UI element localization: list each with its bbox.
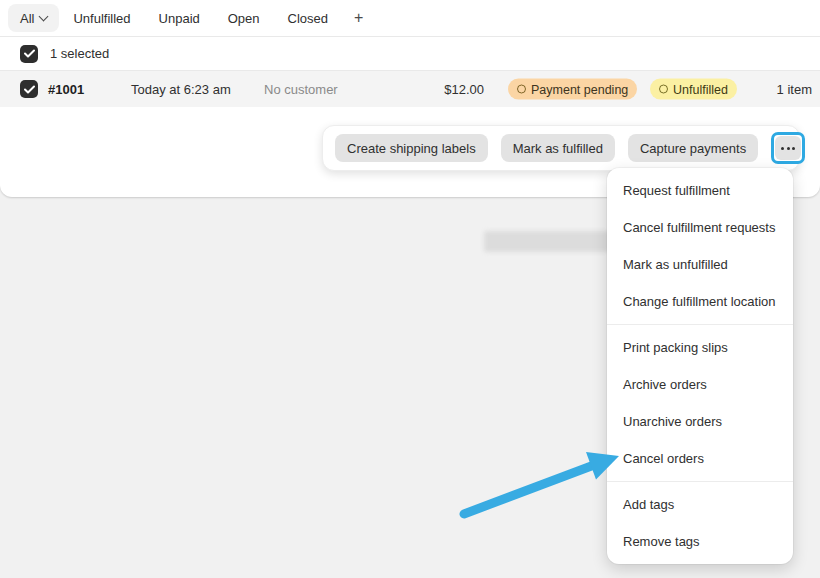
menu-item-cancel-fulfillment-requests[interactable]: Cancel fulfillment requests — [607, 209, 793, 246]
more-actions-highlight-box — [771, 132, 805, 164]
tab-closed[interactable]: Closed — [274, 4, 342, 32]
payment-status-badge: Payment pending — [508, 79, 637, 100]
bulk-actions-toolbar: Create shipping labels Mark as fulfilled… — [322, 125, 800, 171]
open-circle-icon — [517, 85, 526, 94]
fulfillment-status-label: Unfulfilled — [673, 82, 728, 96]
tab-all[interactable]: All — [8, 4, 59, 32]
blurred-content-placeholder — [484, 231, 611, 252]
menu-item-add-tags[interactable]: Add tags — [607, 486, 793, 523]
add-view-button[interactable]: + — [342, 4, 375, 32]
menu-item-archive-orders[interactable]: Archive orders — [607, 366, 793, 403]
menu-group-orders: Print packing slips Archive orders Unarc… — [607, 325, 793, 481]
menu-item-mark-as-unfulfilled[interactable]: Mark as unfulfilled — [607, 246, 793, 283]
create-shipping-labels-button[interactable]: Create shipping labels — [335, 134, 488, 162]
menu-group-fulfillment: Request fulfillment Cancel fulfillment r… — [607, 168, 793, 324]
order-checkbox[interactable] — [20, 80, 38, 98]
menu-item-print-packing-slips[interactable]: Print packing slips — [607, 329, 793, 366]
order-number: #1001 — [48, 82, 84, 97]
check-icon — [24, 85, 35, 94]
check-icon — [24, 49, 35, 58]
capture-payments-button[interactable]: Capture payments — [628, 134, 758, 162]
order-customer: No customer — [264, 82, 338, 97]
menu-item-remove-tags[interactable]: Remove tags — [607, 523, 793, 560]
order-row[interactable]: #1001 Today at 6:23 am No customer $12.0… — [0, 71, 820, 107]
selection-bar: 1 selected — [0, 37, 820, 71]
fulfillment-status-badge: Unfulfilled — [650, 79, 737, 100]
menu-item-cancel-orders[interactable]: Cancel orders — [607, 440, 793, 477]
menu-item-unarchive-orders[interactable]: Unarchive orders — [607, 403, 793, 440]
menu-group-tags: Add tags Remove tags — [607, 482, 793, 564]
payment-status-label: Payment pending — [531, 82, 628, 96]
open-circle-icon — [659, 85, 668, 94]
orders-page: All Unfulfilled Unpaid Open Closed + 1 s… — [0, 0, 820, 578]
horizontal-dots-icon — [781, 147, 784, 150]
order-filter-tabs: All Unfulfilled Unpaid Open Closed + — [0, 0, 820, 37]
order-total: $12.00 — [444, 82, 484, 97]
tab-unfulfilled[interactable]: Unfulfilled — [59, 4, 144, 32]
chevron-down-icon — [39, 11, 49, 21]
menu-item-change-fulfillment-location[interactable]: Change fulfillment location — [607, 283, 793, 320]
tab-all-label: All — [20, 11, 34, 26]
menu-item-request-fulfillment[interactable]: Request fulfillment — [607, 172, 793, 209]
tab-unpaid[interactable]: Unpaid — [145, 4, 214, 32]
bulk-actions-menu: Request fulfillment Cancel fulfillment r… — [607, 168, 793, 564]
selected-count-label: 1 selected — [50, 46, 109, 61]
mark-as-fulfilled-button[interactable]: Mark as fulfilled — [501, 134, 615, 162]
more-actions-button[interactable] — [775, 136, 801, 160]
select-all-checkbox[interactable] — [20, 45, 38, 63]
order-date: Today at 6:23 am — [131, 82, 231, 97]
tab-open[interactable]: Open — [214, 4, 274, 32]
order-items-count: 1 item — [777, 82, 812, 97]
